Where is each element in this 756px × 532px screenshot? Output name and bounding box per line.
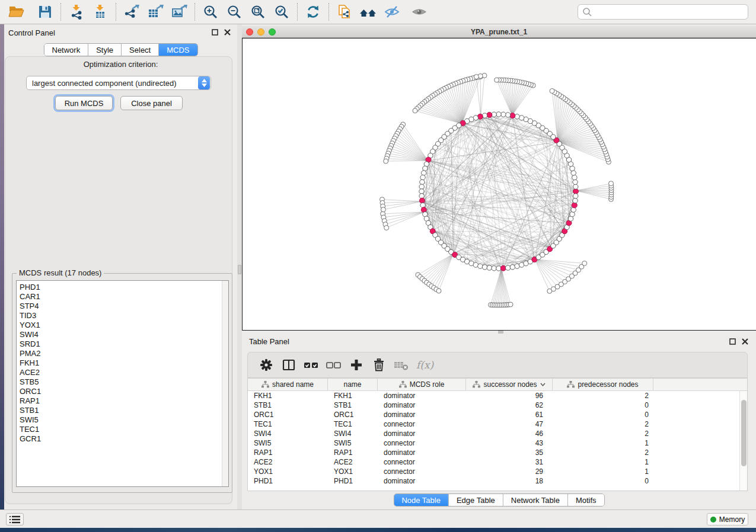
toggle-column-panel-button[interactable] [277,354,300,376]
leaf-node[interactable] [508,302,513,307]
apply-layout-button[interactable] [301,2,325,22]
tab-network-table[interactable]: Network Table [503,494,568,506]
mcds-list-scrollbar[interactable] [222,281,228,486]
mcds-result-item[interactable]: SWI4 [17,330,228,339]
mcds-node[interactable] [500,265,506,271]
network-node[interactable] [496,112,501,117]
hide-selected-button[interactable] [380,2,404,22]
float-panel-icon[interactable] [729,338,736,345]
leaf-node[interactable] [495,78,499,82]
mcds-result-item[interactable]: CAR1 [17,292,228,302]
mcds-result-item[interactable]: ORC1 [17,387,228,396]
mcds-result-item[interactable]: PHD1 [17,283,228,292]
column-header-predecessor-nodes[interactable]: predecessor nodes [553,379,653,390]
table-row[interactable]: FKH1FKH1dominator962 [248,391,747,400]
network-node[interactable] [420,180,425,184]
pane-divider-handle[interactable] [238,265,241,274]
mcds-result-item[interactable]: STB5 [17,377,228,387]
mcds-result-item[interactable]: PMA2 [17,349,228,358]
tab-edge-table[interactable]: Edge Table [449,494,503,506]
mcds-node[interactable] [419,198,425,203]
network-node[interactable] [573,194,578,198]
network-node[interactable] [422,171,426,175]
memory-button[interactable]: Memory [707,513,748,525]
network-node[interactable] [501,112,506,117]
zoom-selected-button[interactable] [270,2,294,22]
mcds-result-item[interactable]: STB1 [17,406,228,415]
table-row[interactable]: TEC1TEC1connector472 [248,419,747,429]
column-header-successor-nodes[interactable]: successor nodes [466,379,553,390]
network-node[interactable] [572,175,577,180]
close-panel-icon[interactable] [741,338,749,345]
table-row[interactable]: YOX1YOX1connector291 [248,467,747,476]
tab-node-table[interactable]: Node Table [394,494,449,506]
network-node[interactable] [571,171,576,175]
table-row[interactable]: STB1STB1dominator620 [248,400,747,410]
mcds-result-item[interactable]: STP4 [17,302,228,311]
network-node[interactable] [573,180,578,184]
new-network-from-selection-button[interactable] [333,2,356,22]
open-session-button[interactable] [5,2,28,22]
column-header-name[interactable]: name [328,379,378,390]
table-row[interactable]: ACE2ACE2connector311 [248,457,747,467]
table-row[interactable]: ORC1ORC1dominator610 [248,410,747,419]
network-node[interactable] [515,264,519,268]
table-scrollbar[interactable] [739,391,747,491]
network-node[interactable] [419,184,424,189]
search-input[interactable] [592,6,748,18]
leaf-node[interactable] [550,88,554,93]
mcds-result-item[interactable]: SRD1 [17,339,228,349]
import-table-button[interactable] [88,2,112,22]
leaf-node[interactable] [609,181,614,186]
tab-network[interactable]: Network [44,44,88,56]
table-row[interactable]: SWI4SWI4dominator462 [248,429,747,438]
network-node[interactable] [510,265,515,270]
tab-mcds[interactable]: MCDS [159,44,197,56]
network-node[interactable] [419,189,424,194]
network-node[interactable] [482,265,487,270]
tab-select[interactable]: Select [122,44,159,56]
network-node[interactable] [423,166,428,171]
close-panel-icon[interactable] [224,28,231,36]
mcds-node[interactable] [572,203,577,208]
select-all-columns-button[interactable] [300,354,323,376]
mcds-node[interactable] [510,113,515,118]
mcds-result-item[interactable]: SWI5 [17,415,228,425]
mcds-result-item[interactable]: FKH1 [17,358,228,368]
float-panel-icon[interactable] [211,28,219,36]
mcds-result-item[interactable]: GCR1 [17,434,228,444]
close-panel-button[interactable]: Close panel [120,96,183,110]
save-session-button[interactable] [33,2,57,22]
network-node[interactable] [492,266,496,271]
mcds-node[interactable] [573,189,579,194]
deselect-all-columns-button[interactable] [323,354,345,376]
network-node[interactable] [478,264,483,268]
table-row[interactable]: PHD1PHD1dominator180 [248,476,747,486]
mcds-result-item[interactable]: ACE2 [17,368,228,377]
task-history-button[interactable] [6,513,24,525]
zoom-fit-button[interactable] [246,2,270,22]
leaf-node[interactable] [381,207,385,212]
leaf-node[interactable] [384,159,388,164]
mcds-result-item[interactable]: TEC1 [17,425,228,434]
import-network-button[interactable] [65,2,88,22]
network-node[interactable] [487,265,492,270]
mcds-result-item[interactable]: RAP1 [17,396,228,406]
export-network-button[interactable] [120,2,143,22]
run-mcds-button[interactable]: Run MCDS [55,96,113,110]
column-header-shared-name[interactable]: shared name [248,379,328,390]
network-node[interactable] [573,198,578,203]
table-row[interactable]: RAP1RAP1dominator352 [248,448,747,457]
leaf-node[interactable] [413,108,417,113]
network-view-canvas[interactable] [242,38,756,331]
first-neighbors-button[interactable] [356,2,380,22]
table-scrollbar-thumb[interactable] [741,400,747,466]
tab-style[interactable]: Style [88,44,122,56]
table-row[interactable]: SWI5SWI5connector431 [248,438,747,448]
delete-column-button[interactable] [368,354,390,376]
leaf-node[interactable] [384,225,389,230]
mcds-result-item[interactable]: YOX1 [17,321,228,330]
tab-motifs[interactable]: Motifs [568,494,604,506]
export-image-button[interactable] [167,2,191,22]
optimization-criterion-select[interactable]: largest connected component (undirected) [26,76,211,90]
